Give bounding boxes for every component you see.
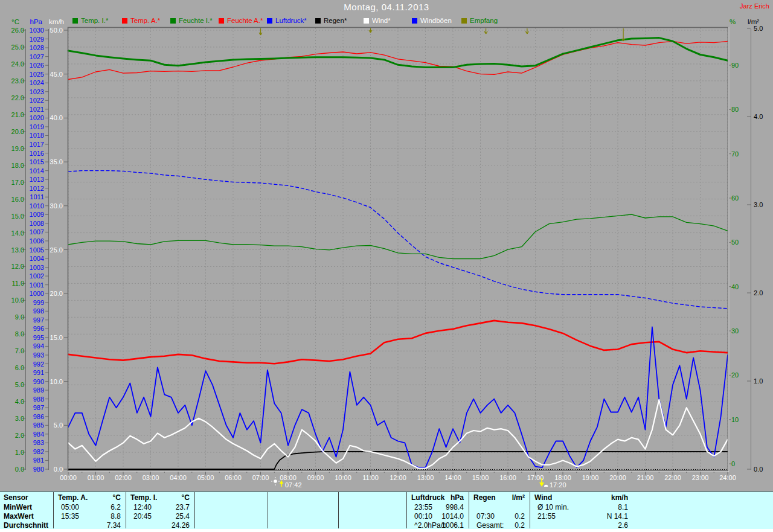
y-axis-temp-c-label: 18.0 bbox=[11, 162, 24, 169]
x-axis-label: 15:00 bbox=[472, 474, 489, 481]
legend-label-temp-i: Temp. I.* bbox=[81, 17, 108, 24]
sunrise-time-label: 07:42 bbox=[285, 481, 302, 489]
x-axis-label: 11:00 bbox=[362, 474, 379, 481]
legend-item-temp-i[interactable]: Temp. I.* bbox=[72, 17, 108, 25]
x-axis-label: 14:00 bbox=[444, 474, 461, 481]
y-axis-temp-c-label: 14.0 bbox=[11, 229, 24, 237]
table-separator bbox=[268, 492, 268, 528]
y-axis-hpa-label: 995 bbox=[33, 334, 44, 341]
legend-item-luftdruck[interactable]: Luftdruck* bbox=[267, 17, 307, 25]
legend-item-temp-a[interactable]: Temp. A.* bbox=[122, 17, 160, 25]
y-axis-kmh-label: 25.0 bbox=[50, 246, 63, 254]
x-axis-label: 16:00 bbox=[499, 474, 516, 481]
stat-value: N 14.1 bbox=[530, 513, 628, 521]
y-axis-hpa-label: 981 bbox=[33, 457, 44, 464]
y-axis-hpa-label: 983 bbox=[33, 439, 44, 446]
x-axis-label: 04:00 bbox=[170, 474, 187, 481]
y-axis-hpa-label: 1003 bbox=[30, 264, 44, 271]
empfang-mark bbox=[484, 28, 487, 34]
y-axis-hpa-label: 1017 bbox=[30, 141, 44, 148]
stat-value: 25.4 bbox=[126, 513, 190, 521]
y-axis-lm2-label: 3.0 bbox=[754, 201, 763, 208]
y-axis-hpa-label: 986 bbox=[33, 413, 44, 420]
x-axis: 00:0001:0002:0003:0004:0005:0006:0007:00… bbox=[60, 470, 736, 481]
y-axis-temp-c-label: 8.0 bbox=[15, 330, 24, 338]
y-axis-kmh-label: 45.0 bbox=[50, 71, 63, 78]
legend-item-feuchte-i[interactable]: Feuchte I.* bbox=[170, 17, 213, 25]
legend-item-feuchte-a[interactable]: Feuchte A.* bbox=[219, 17, 263, 25]
y-axis-lm2-label: 0.0 bbox=[754, 466, 763, 473]
legend-label-windboeen: Windböen bbox=[420, 17, 452, 24]
y-axis-temp-c-label: 17.0 bbox=[11, 179, 24, 186]
grid-lines bbox=[68, 28, 728, 470]
y-axis-hpa-label: 1002 bbox=[30, 272, 44, 280]
y-axis-percent-label: 50 bbox=[731, 239, 739, 246]
y-axis-hpa-label: 996 bbox=[33, 325, 44, 332]
y-axis-temp-c-label: 23.0 bbox=[11, 77, 24, 85]
y-axis-hpa-label: 1007 bbox=[30, 228, 44, 236]
x-axis-label: 00:00 bbox=[60, 474, 77, 481]
y-axis-temp-c-label: 19.0 bbox=[11, 145, 24, 152]
y-axis-temp-c-label: 21.0 bbox=[11, 111, 24, 118]
legend-label-empfang: Empfang bbox=[470, 17, 498, 24]
y-axis-percent-label: 90 bbox=[731, 62, 739, 69]
y-axis-hpa-label: 1030 bbox=[30, 27, 44, 34]
legend-item-empfang[interactable]: Empfang bbox=[461, 17, 498, 25]
y-axis-temp-c-label: 2.0 bbox=[15, 432, 24, 439]
x-axis-label: 12:00 bbox=[390, 474, 406, 481]
legend-label-feuchte-i: Feuchte I.* bbox=[179, 17, 213, 24]
y-axis-kmh-label: 10.0 bbox=[50, 378, 63, 385]
table-separator bbox=[338, 492, 339, 528]
y-axis-hpa: 1030102910281027102610251024102310221021… bbox=[30, 27, 49, 473]
y-axis-hpa-label: 1005 bbox=[30, 246, 44, 254]
stat-col-unit: °C bbox=[53, 494, 121, 502]
stat-col-unit: hPa bbox=[406, 494, 464, 502]
y-axis-kmh-label: 50.0 bbox=[50, 27, 63, 34]
weather-chart: 26.025.024.023.022.021.020.019.018.017.0… bbox=[0, 0, 773, 490]
legend-color-box-windboeen bbox=[412, 18, 417, 24]
x-axis-label: 08:00 bbox=[280, 474, 297, 481]
y-axis-hpa-label: 1014 bbox=[30, 167, 44, 175]
y-axis-hpa-label: 1020 bbox=[30, 114, 44, 121]
y-axis-temp-c-label: 1.0 bbox=[15, 449, 24, 456]
y-axis-kmh-label: 5.0 bbox=[54, 421, 63, 429]
y-axis-kmh-label: 40.0 bbox=[50, 114, 63, 121]
y-axis-temp-c-label: 7.0 bbox=[15, 347, 24, 354]
y-axis-hpa-label: 1025 bbox=[30, 71, 44, 78]
legend-item-regen[interactable]: Regen* bbox=[315, 17, 347, 25]
y-axis-kmh-label: 0.0 bbox=[54, 466, 63, 473]
stat-value: 8.8 bbox=[53, 513, 121, 521]
y-axis-lm2-label: 2.0 bbox=[754, 289, 763, 296]
y-axis-hpa-label: 1027 bbox=[30, 53, 44, 60]
y-axis-hpa-label: 1024 bbox=[30, 79, 44, 86]
legend-label-feuchte-a: Feuchte A.* bbox=[227, 17, 263, 24]
x-axis-label: 10:00 bbox=[335, 474, 351, 481]
statistics-table: SensorMinWertMaxWertDurchschnittTemp. A.… bbox=[0, 491, 773, 529]
y-axis-percent-label: 70 bbox=[731, 150, 739, 158]
x-axis-label: 24:00 bbox=[719, 474, 736, 481]
y-axis-hpa-label: 982 bbox=[33, 448, 44, 455]
y-axis-percent-label: 0 bbox=[731, 460, 735, 467]
legend-label-luftdruck: Luftdruck* bbox=[275, 17, 307, 24]
y-axis-percent: 9080706050403020100 bbox=[728, 62, 739, 467]
y-axis-hpa-label: 1001 bbox=[30, 281, 44, 289]
empfang-mark bbox=[525, 28, 528, 34]
y-axis-percent-label: 60 bbox=[731, 194, 739, 202]
y-axis-temp-c-label: 15.0 bbox=[11, 213, 24, 220]
y-axis-kmh-label: 30.0 bbox=[50, 202, 63, 210]
legend-item-windboeen[interactable]: Windböen bbox=[412, 17, 452, 25]
y-axis-hpa-label: 991 bbox=[33, 369, 44, 376]
y-axis-temp-c-label: 13.0 bbox=[11, 246, 24, 254]
x-axis-label: 06:00 bbox=[225, 474, 242, 481]
y-axis-temp-c-label: 3.0 bbox=[15, 415, 24, 422]
y-axis-hpa-label: 987 bbox=[33, 404, 44, 411]
stat-col-unit: km/h bbox=[530, 494, 628, 502]
sunset-time-label: 17:20 bbox=[550, 481, 566, 489]
y-axis-hpa-label: 1021 bbox=[30, 106, 44, 113]
legend-color-box-temp-i bbox=[72, 18, 78, 24]
y-axis-kmh-label: 35.0 bbox=[50, 158, 63, 165]
x-axis-label: 22:00 bbox=[664, 474, 681, 481]
y-axis-kmh-label: 20.0 bbox=[50, 290, 63, 297]
y-axis-temp-c-label: 25.0 bbox=[11, 43, 24, 51]
legend-item-wind[interactable]: Wind* bbox=[364, 17, 391, 25]
